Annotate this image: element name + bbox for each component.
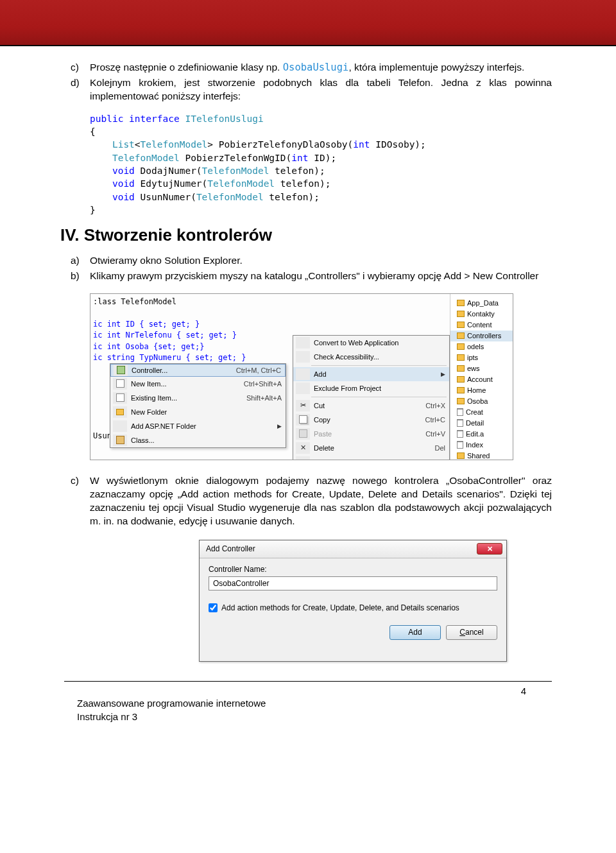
- folder-icon: [457, 365, 465, 372]
- cut-icon: ✂: [300, 401, 306, 409]
- add-actions-checkbox[interactable]: [209, 603, 218, 612]
- footer-text: Zaawansowane programowanie internetowe I…: [0, 696, 616, 723]
- file-icon: [457, 408, 463, 416]
- solution-item[interactable]: Index: [450, 440, 513, 451]
- solution-item[interactable]: odels: [450, 341, 513, 352]
- list-item-c: c) Proszę następnie o zdefiniowanie klas…: [71, 61, 552, 74]
- para-a: Otwieramy okno Solution Explorer.: [90, 254, 552, 268]
- solution-item[interactable]: Home: [450, 385, 513, 396]
- solution-item[interactable]: Osoba: [450, 396, 513, 407]
- solution-item[interactable]: ipts: [450, 352, 513, 363]
- marker-c: c): [71, 61, 90, 74]
- para-c-prefix: Proszę następnie o zdefiniowanie klasy n…: [90, 62, 283, 73]
- marker-b: b): [71, 270, 90, 283]
- solution-item[interactable]: ews: [450, 363, 513, 374]
- controller-name-label: Controller Name:: [209, 565, 497, 574]
- cancel-button[interactable]: Cancel: [446, 625, 497, 640]
- dialog-title: Add Controller: [206, 544, 255, 553]
- close-button[interactable]: ✕: [477, 543, 502, 555]
- class-icon: [116, 436, 124, 444]
- ctx-check-accessibility[interactable]: Check Accessibility...: [293, 350, 449, 364]
- solution-item-label: ipts: [467, 354, 478, 361]
- existing-item-icon: [116, 393, 124, 402]
- para-d: Kolejnym krokiem, jest stworzenie podobn…: [90, 76, 552, 103]
- folder-icon: [457, 300, 465, 306]
- solution-explorer-panel: App_DataKontaktyContentControllersodelsi…: [450, 294, 513, 460]
- solution-item-label: Home: [467, 386, 486, 394]
- list-item-d: d) Kolejnym krokiem, jest stworzenie pod…: [71, 76, 552, 103]
- submenu-controller[interactable]: Controller... Ctrl+M, Ctrl+C: [110, 364, 286, 377]
- add-actions-label: Add action methods for Create, Update, D…: [221, 603, 459, 612]
- solution-item[interactable]: Controllers: [450, 331, 513, 341]
- folder-icon: [457, 322, 465, 328]
- page-number: 4: [0, 682, 616, 696]
- folder-icon: [457, 332, 465, 339]
- dialog-titlebar: Add Controller ✕: [200, 540, 506, 558]
- separator-icon: [311, 365, 447, 366]
- code-block-interface: public interface ITelefonUslugi { List<T…: [90, 112, 552, 216]
- code-class-osoba: OsobaUslugi: [283, 62, 349, 73]
- ctx-add[interactable]: Add▶: [293, 367, 449, 381]
- folder-icon: [457, 452, 465, 459]
- submenu-new-item[interactable]: New Item... Ctrl+Shift+A: [110, 377, 286, 391]
- marker-c2: c): [71, 474, 90, 528]
- list-item-a: a) Otwieramy okno Solution Explorer.: [71, 254, 552, 268]
- controller-name-input[interactable]: [209, 576, 497, 590]
- solution-item[interactable]: Detail: [450, 418, 513, 429]
- submenu-class[interactable]: Class...: [110, 433, 286, 447]
- add-submenu: Controller... Ctrl+M, Ctrl+C New Item...…: [110, 363, 286, 448]
- add-controller-dialog: Add Controller ✕ Controller Name: Add ac…: [199, 540, 507, 662]
- ctx-copy[interactable]: CopyCtrl+C: [293, 413, 449, 427]
- footer-line1: Zaawansowane programowanie internetowe: [77, 696, 616, 710]
- new-item-icon: [116, 379, 124, 388]
- folder-icon: [457, 354, 465, 361]
- solution-item-label: Detail: [466, 419, 484, 427]
- add-button[interactable]: Add: [389, 625, 441, 640]
- ctx-convert-webapp[interactable]: Convert to Web Application: [293, 336, 449, 350]
- solution-item-label: Creat: [466, 408, 483, 416]
- copy-icon: [299, 415, 307, 424]
- solution-item[interactable]: Edit.a: [450, 429, 513, 440]
- folder-icon: [457, 376, 465, 383]
- list-item-c2: c) W wyświetlonym oknie dialogowym podaj…: [71, 474, 552, 528]
- delete-icon: ✕: [300, 444, 306, 452]
- submenu-aspnet-folder[interactable]: Add ASP.NET Folder ▶: [110, 419, 286, 433]
- ctx-cut[interactable]: ✂CutCtrl+X: [293, 399, 449, 413]
- list-item-b: b) Klikamy prawym przyciskiem myszy na k…: [71, 270, 552, 283]
- file-icon: [457, 441, 463, 449]
- solution-item[interactable]: Creat: [450, 407, 513, 418]
- solution-item-label: ews: [467, 365, 480, 372]
- footer-line2: Instrukcja nr 3: [77, 710, 616, 723]
- solution-item-label: Account: [467, 375, 493, 383]
- chevron-right-icon: ▶: [441, 371, 445, 377]
- ctx-rename[interactable]: Rename: [293, 455, 449, 460]
- controller-icon: [117, 366, 125, 374]
- vs-screenshot-context-menu: :lass TelefonModel ic int ID { set; get;…: [90, 293, 513, 460]
- para-c2: W wyświetlonym oknie dialogowym podajemy…: [90, 474, 552, 528]
- chevron-right-icon: ▶: [277, 423, 282, 429]
- solution-item[interactable]: Shared: [450, 451, 513, 460]
- solution-item[interactable]: Content: [450, 320, 513, 331]
- folder-icon: [457, 311, 465, 317]
- folder-icon: [457, 398, 465, 404]
- page-content: c) Proszę następnie o zdefiniowanie klas…: [0, 46, 616, 662]
- solution-item-label: odels: [467, 343, 484, 350]
- ctx-exclude[interactable]: Exclude From Project: [293, 381, 449, 395]
- ctx-delete[interactable]: ✕DeleteDel: [293, 441, 449, 455]
- header-band: [0, 0, 616, 46]
- submenu-existing-item[interactable]: Existing Item... Shift+Alt+A: [110, 391, 286, 405]
- submenu-new-folder[interactable]: New Folder: [110, 405, 286, 419]
- solution-item[interactable]: Account: [450, 374, 513, 385]
- solution-item-label: Content: [467, 321, 492, 329]
- section-heading-iv: IV. Stworzenie kontrolerów: [60, 225, 552, 245]
- separator-icon: [311, 397, 447, 397]
- solution-item-label: Index: [466, 441, 483, 449]
- solution-item-label: Edit.a: [466, 430, 484, 438]
- solution-item[interactable]: App_Data: [450, 298, 513, 309]
- solution-item-label: Osoba: [467, 397, 488, 405]
- paste-icon: [299, 429, 307, 438]
- solution-item[interactable]: Kontakty: [450, 309, 513, 320]
- solution-item-label: Shared: [467, 452, 490, 460]
- folder-icon: [457, 343, 465, 350]
- para-c-suffix: , która implementuje powyższy interfejs.: [348, 62, 524, 73]
